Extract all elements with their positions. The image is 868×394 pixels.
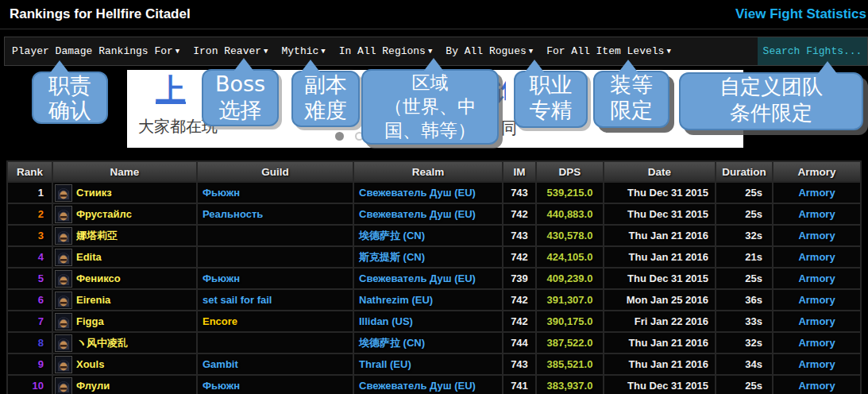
rogue-class-icon[interactable] (56, 228, 71, 244)
table-row: 3娜塔莉亞埃德萨拉 (CN)743430,578.0Thu Jan 21 201… (8, 226, 860, 245)
player-name-link[interactable]: Figga (76, 315, 104, 327)
realm-cell[interactable]: Illidan (US) (354, 311, 502, 331)
guild-cell[interactable]: Реальность (198, 204, 353, 224)
armory-link[interactable]: Armory (773, 354, 860, 374)
guild-cell[interactable]: Encore (198, 311, 353, 331)
view-fight-statistics-link[interactable]: View Fight Statistics (735, 6, 866, 22)
column-header-rank[interactable]: Rank (8, 162, 52, 181)
rank-cell: 7 (8, 311, 52, 331)
armory-link[interactable]: Armory (773, 204, 860, 224)
player-name-link[interactable]: Edita (76, 251, 102, 263)
itemlevel-cell: 739 (503, 268, 535, 288)
column-header-dps[interactable]: DPS (537, 162, 603, 181)
filter-itemlevel-dropdown[interactable]: For All Item Levels▼ (546, 45, 671, 57)
player-name-link[interactable]: Xouls (76, 358, 104, 370)
realm-cell[interactable]: Thrall (EU) (354, 354, 502, 374)
realm-cell[interactable]: 埃德萨拉 (CN) (354, 226, 502, 245)
guild-cell[interactable]: set sail for fail (198, 290, 353, 310)
date-cell: Thu Jan 21 2016 (604, 354, 715, 374)
date-cell: Thu Dec 31 2015 (604, 183, 715, 203)
rank-cell: 3 (8, 226, 52, 245)
guild-cell[interactable] (198, 333, 353, 353)
rogue-class-icon[interactable] (56, 271, 71, 287)
player-name-link[interactable]: Стиикз (76, 187, 112, 199)
rogue-class-icon[interactable] (56, 357, 71, 373)
armory-link[interactable]: Armory (773, 376, 860, 394)
rogue-class-icon[interactable] (56, 249, 71, 265)
armory-link[interactable]: Armory (773, 247, 860, 267)
realm-cell[interactable]: Свежеватель Душ (EU) (354, 376, 502, 394)
column-header-armory[interactable]: Armory (773, 162, 860, 181)
column-header-guild[interactable]: Guild (198, 162, 353, 181)
itemlevel-cell: 742 (503, 290, 535, 310)
name-cell: 娜塔莉亞 (53, 226, 196, 245)
duration-cell: 32s (716, 226, 772, 245)
name-cell: Edita (53, 247, 196, 267)
search-fights-input[interactable] (758, 37, 867, 65)
player-name-link[interactable]: Фениксо (76, 272, 121, 284)
filter-class-dropdown[interactable]: By All Rogues▼ (446, 45, 533, 57)
table-header-row: Rank Name Guild Realm IM DPS Date Durati… (8, 162, 860, 181)
player-name-link[interactable]: Флули (76, 380, 110, 392)
carousel-dot-active[interactable] (335, 132, 344, 141)
realm-cell[interactable]: Свежеватель Душ (EU) (354, 183, 502, 203)
itemlevel-cell: 744 (503, 333, 535, 353)
duration-cell: 21s (716, 247, 772, 267)
column-header-duration[interactable]: Duration (716, 162, 772, 181)
rogue-class-icon[interactable] (56, 378, 71, 394)
column-header-realm[interactable]: Realm (354, 162, 502, 181)
guild-cell[interactable] (198, 247, 353, 267)
name-cell: Фрустайлс (53, 204, 196, 224)
rogue-class-icon[interactable] (56, 314, 71, 330)
realm-cell[interactable]: Свежеватель Душ (EU) (354, 268, 502, 288)
rogue-class-icon[interactable] (56, 292, 71, 308)
table-row: 2ФрустайлсРеальностьСвежеватель Душ (EU)… (8, 204, 860, 224)
armory-link[interactable]: Armory (773, 311, 860, 331)
column-header-ilvl[interactable]: IM (503, 162, 535, 181)
duration-cell: 25s (716, 183, 772, 203)
date-cell: Thu Dec 31 2015 (604, 376, 715, 394)
player-name-link[interactable]: 娜塔莉亞 (76, 229, 118, 243)
realm-cell[interactable]: 埃德萨拉 (CN) (354, 333, 502, 353)
itemlevel-cell: 742 (503, 311, 535, 331)
table-row: 10ФлулиФьюжнСвежеватель Душ (EU)741383,9… (8, 376, 860, 394)
date-cell: Thu Jan 21 2016 (604, 333, 715, 353)
rogue-class-icon[interactable] (56, 335, 71, 351)
filter-metric-dropdown[interactable]: Player Damage Rankings For▼ (12, 45, 179, 57)
filter-boss-dropdown[interactable]: Iron Reaver▼ (193, 45, 268, 57)
callout-boss: Boss 选择 (202, 69, 279, 126)
name-cell: Figga (53, 311, 196, 331)
player-name-link[interactable]: ヽ风中凌乱 (76, 336, 128, 350)
realm-cell[interactable]: Свежеватель Душ (EU) (354, 204, 502, 224)
date-cell: Fri Jan 22 2016 (604, 311, 715, 331)
chevron-down-icon: ▼ (261, 48, 268, 56)
armory-link[interactable]: Armory (773, 183, 860, 203)
armory-link[interactable]: Armory (773, 226, 860, 245)
player-name-link[interactable]: Фрустайлс (76, 208, 132, 220)
rank-cell: 4 (8, 247, 52, 267)
filter-region-dropdown[interactable]: In All Regions▼ (339, 45, 433, 57)
filter-difficulty-dropdown[interactable]: Mythic▼ (281, 45, 325, 57)
dps-cell: 390,175.0 (537, 311, 603, 331)
itemlevel-cell: 742 (503, 204, 535, 224)
armory-link[interactable]: Armory (773, 268, 860, 288)
guild-cell[interactable]: Фьюжн (198, 376, 353, 394)
armory-link[interactable]: Armory (773, 333, 860, 353)
dps-cell: 409,239.0 (537, 268, 603, 288)
guild-cell[interactable]: Gambit (198, 354, 353, 374)
guild-cell[interactable]: Фьюжн (198, 183, 353, 203)
callout-itemlevel: 装等 限定 (593, 71, 669, 128)
armory-link[interactable]: Armory (773, 290, 860, 310)
rogue-class-icon[interactable] (56, 185, 71, 201)
column-header-date[interactable]: Date (604, 162, 715, 181)
guild-cell[interactable] (198, 226, 353, 245)
realm-cell[interactable]: 斯克提斯 (CN) (354, 247, 502, 267)
guild-cell[interactable]: Фьюжн (198, 268, 353, 288)
name-cell: Eirenia (53, 290, 196, 310)
player-name-link[interactable]: Eirenia (76, 294, 110, 306)
chevron-down-icon: ▼ (173, 48, 179, 56)
rank-cell: 6 (8, 290, 52, 310)
rogue-class-icon[interactable] (56, 207, 71, 222)
realm-cell[interactable]: Nathrezim (EU) (354, 290, 502, 310)
column-header-name[interactable]: Name (53, 162, 196, 181)
